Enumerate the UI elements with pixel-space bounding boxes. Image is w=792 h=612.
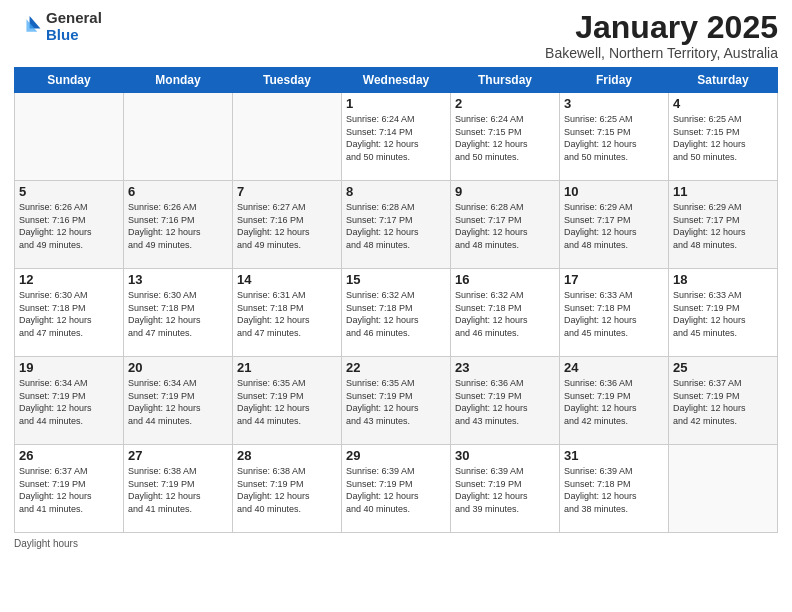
calendar-cell: 21Sunrise: 6:35 AM Sunset: 7:19 PM Dayli…	[233, 357, 342, 445]
logo-text: General Blue	[46, 10, 102, 43]
calendar-cell: 10Sunrise: 6:29 AM Sunset: 7:17 PM Dayli…	[560, 181, 669, 269]
col-header-sunday: Sunday	[15, 68, 124, 93]
calendar-cell: 8Sunrise: 6:28 AM Sunset: 7:17 PM Daylig…	[342, 181, 451, 269]
day-number: 22	[346, 360, 446, 375]
day-info: Sunrise: 6:33 AM Sunset: 7:18 PM Dayligh…	[564, 289, 664, 339]
day-info: Sunrise: 6:35 AM Sunset: 7:19 PM Dayligh…	[237, 377, 337, 427]
calendar-cell: 2Sunrise: 6:24 AM Sunset: 7:15 PM Daylig…	[451, 93, 560, 181]
calendar-cell: 28Sunrise: 6:38 AM Sunset: 7:19 PM Dayli…	[233, 445, 342, 533]
day-number: 7	[237, 184, 337, 199]
day-number: 16	[455, 272, 555, 287]
calendar-cell: 31Sunrise: 6:39 AM Sunset: 7:18 PM Dayli…	[560, 445, 669, 533]
day-info: Sunrise: 6:27 AM Sunset: 7:16 PM Dayligh…	[237, 201, 337, 251]
calendar-week-2: 5Sunrise: 6:26 AM Sunset: 7:16 PM Daylig…	[15, 181, 778, 269]
calendar-cell: 3Sunrise: 6:25 AM Sunset: 7:15 PM Daylig…	[560, 93, 669, 181]
calendar-cell: 1Sunrise: 6:24 AM Sunset: 7:14 PM Daylig…	[342, 93, 451, 181]
day-number: 1	[346, 96, 446, 111]
day-info: Sunrise: 6:26 AM Sunset: 7:16 PM Dayligh…	[128, 201, 228, 251]
calendar-cell	[233, 93, 342, 181]
calendar-cell: 15Sunrise: 6:32 AM Sunset: 7:18 PM Dayli…	[342, 269, 451, 357]
day-info: Sunrise: 6:30 AM Sunset: 7:18 PM Dayligh…	[19, 289, 119, 339]
logo-icon	[14, 13, 42, 41]
day-number: 19	[19, 360, 119, 375]
footer: Daylight hours	[14, 538, 778, 549]
calendar-cell: 20Sunrise: 6:34 AM Sunset: 7:19 PM Dayli…	[124, 357, 233, 445]
calendar-cell: 29Sunrise: 6:39 AM Sunset: 7:19 PM Dayli…	[342, 445, 451, 533]
calendar-cell: 9Sunrise: 6:28 AM Sunset: 7:17 PM Daylig…	[451, 181, 560, 269]
calendar-week-3: 12Sunrise: 6:30 AM Sunset: 7:18 PM Dayli…	[15, 269, 778, 357]
day-info: Sunrise: 6:36 AM Sunset: 7:19 PM Dayligh…	[564, 377, 664, 427]
calendar-week-1: 1Sunrise: 6:24 AM Sunset: 7:14 PM Daylig…	[15, 93, 778, 181]
day-number: 26	[19, 448, 119, 463]
day-number: 14	[237, 272, 337, 287]
logo: General Blue	[14, 10, 102, 43]
calendar-cell: 5Sunrise: 6:26 AM Sunset: 7:16 PM Daylig…	[15, 181, 124, 269]
day-number: 8	[346, 184, 446, 199]
calendar-cell: 19Sunrise: 6:34 AM Sunset: 7:19 PM Dayli…	[15, 357, 124, 445]
day-number: 11	[673, 184, 773, 199]
day-info: Sunrise: 6:24 AM Sunset: 7:15 PM Dayligh…	[455, 113, 555, 163]
day-number: 18	[673, 272, 773, 287]
logo-blue: Blue	[46, 27, 102, 44]
day-number: 17	[564, 272, 664, 287]
day-info: Sunrise: 6:25 AM Sunset: 7:15 PM Dayligh…	[564, 113, 664, 163]
day-number: 23	[455, 360, 555, 375]
day-info: Sunrise: 6:38 AM Sunset: 7:19 PM Dayligh…	[237, 465, 337, 515]
col-header-thursday: Thursday	[451, 68, 560, 93]
calendar-cell: 30Sunrise: 6:39 AM Sunset: 7:19 PM Dayli…	[451, 445, 560, 533]
day-number: 28	[237, 448, 337, 463]
day-number: 5	[19, 184, 119, 199]
day-info: Sunrise: 6:30 AM Sunset: 7:18 PM Dayligh…	[128, 289, 228, 339]
calendar-cell	[669, 445, 778, 533]
calendar-week-5: 26Sunrise: 6:37 AM Sunset: 7:19 PM Dayli…	[15, 445, 778, 533]
month-title: January 2025	[545, 10, 778, 45]
calendar-table: SundayMondayTuesdayWednesdayThursdayFrid…	[14, 67, 778, 533]
calendar-cell: 14Sunrise: 6:31 AM Sunset: 7:18 PM Dayli…	[233, 269, 342, 357]
day-info: Sunrise: 6:32 AM Sunset: 7:18 PM Dayligh…	[346, 289, 446, 339]
calendar-cell: 24Sunrise: 6:36 AM Sunset: 7:19 PM Dayli…	[560, 357, 669, 445]
calendar-cell	[15, 93, 124, 181]
day-info: Sunrise: 6:36 AM Sunset: 7:19 PM Dayligh…	[455, 377, 555, 427]
day-info: Sunrise: 6:34 AM Sunset: 7:19 PM Dayligh…	[128, 377, 228, 427]
day-number: 25	[673, 360, 773, 375]
day-number: 21	[237, 360, 337, 375]
day-info: Sunrise: 6:29 AM Sunset: 7:17 PM Dayligh…	[564, 201, 664, 251]
header: General Blue January 2025 Bakewell, Nort…	[14, 10, 778, 61]
calendar-cell: 25Sunrise: 6:37 AM Sunset: 7:19 PM Dayli…	[669, 357, 778, 445]
day-info: Sunrise: 6:33 AM Sunset: 7:19 PM Dayligh…	[673, 289, 773, 339]
day-info: Sunrise: 6:39 AM Sunset: 7:18 PM Dayligh…	[564, 465, 664, 515]
day-info: Sunrise: 6:28 AM Sunset: 7:17 PM Dayligh…	[346, 201, 446, 251]
day-number: 6	[128, 184, 228, 199]
calendar-cell: 26Sunrise: 6:37 AM Sunset: 7:19 PM Dayli…	[15, 445, 124, 533]
day-number: 30	[455, 448, 555, 463]
col-header-friday: Friday	[560, 68, 669, 93]
day-info: Sunrise: 6:34 AM Sunset: 7:19 PM Dayligh…	[19, 377, 119, 427]
calendar-cell: 17Sunrise: 6:33 AM Sunset: 7:18 PM Dayli…	[560, 269, 669, 357]
calendar-cell: 23Sunrise: 6:36 AM Sunset: 7:19 PM Dayli…	[451, 357, 560, 445]
col-header-monday: Monday	[124, 68, 233, 93]
day-info: Sunrise: 6:25 AM Sunset: 7:15 PM Dayligh…	[673, 113, 773, 163]
day-number: 24	[564, 360, 664, 375]
calendar-cell: 6Sunrise: 6:26 AM Sunset: 7:16 PM Daylig…	[124, 181, 233, 269]
title-block: January 2025 Bakewell, Northern Territor…	[545, 10, 778, 61]
day-number: 12	[19, 272, 119, 287]
day-info: Sunrise: 6:28 AM Sunset: 7:17 PM Dayligh…	[455, 201, 555, 251]
calendar-cell: 11Sunrise: 6:29 AM Sunset: 7:17 PM Dayli…	[669, 181, 778, 269]
col-header-saturday: Saturday	[669, 68, 778, 93]
calendar-cell: 22Sunrise: 6:35 AM Sunset: 7:19 PM Dayli…	[342, 357, 451, 445]
day-info: Sunrise: 6:31 AM Sunset: 7:18 PM Dayligh…	[237, 289, 337, 339]
day-number: 2	[455, 96, 555, 111]
calendar-cell: 12Sunrise: 6:30 AM Sunset: 7:18 PM Dayli…	[15, 269, 124, 357]
calendar-week-4: 19Sunrise: 6:34 AM Sunset: 7:19 PM Dayli…	[15, 357, 778, 445]
calendar-cell	[124, 93, 233, 181]
day-number: 10	[564, 184, 664, 199]
day-number: 13	[128, 272, 228, 287]
calendar-cell: 18Sunrise: 6:33 AM Sunset: 7:19 PM Dayli…	[669, 269, 778, 357]
calendar-cell: 16Sunrise: 6:32 AM Sunset: 7:18 PM Dayli…	[451, 269, 560, 357]
col-header-tuesday: Tuesday	[233, 68, 342, 93]
day-number: 27	[128, 448, 228, 463]
day-number: 20	[128, 360, 228, 375]
day-number: 3	[564, 96, 664, 111]
day-info: Sunrise: 6:39 AM Sunset: 7:19 PM Dayligh…	[346, 465, 446, 515]
day-info: Sunrise: 6:39 AM Sunset: 7:19 PM Dayligh…	[455, 465, 555, 515]
